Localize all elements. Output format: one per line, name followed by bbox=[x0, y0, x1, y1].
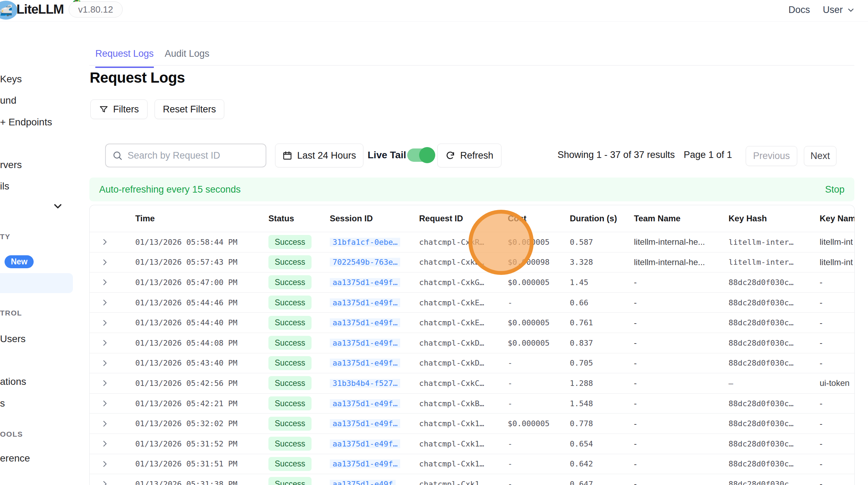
sidebar-item-guardrails[interactable]: ils bbox=[0, 181, 9, 192]
expand-row-icon[interactable] bbox=[101, 460, 109, 468]
sidebar-item-models-endpoints[interactable]: + Endpoints bbox=[0, 117, 52, 128]
filter-funnel-icon bbox=[99, 105, 108, 114]
expand-row-icon[interactable] bbox=[101, 379, 109, 387]
new-badge: New bbox=[5, 255, 34, 268]
expand-row-icon[interactable] bbox=[101, 319, 109, 327]
auto-refresh-banner: Auto-refreshing every 15 seconds Stop bbox=[89, 178, 854, 201]
duration-cell: 0.587 bbox=[561, 238, 625, 247]
status-badge: Success bbox=[268, 437, 312, 451]
status-badge: Success bbox=[268, 275, 312, 289]
key-name-cell: - bbox=[811, 358, 854, 368]
refresh-button[interactable]: Refresh bbox=[437, 144, 501, 167]
logo-text: LiteLLM bbox=[16, 2, 64, 17]
key-hash-cell: litellm-inter… bbox=[720, 258, 811, 266]
session-id-link[interactable]: aa1375d1-e49f… bbox=[330, 278, 400, 287]
filters-button[interactable]: Filters bbox=[90, 99, 148, 119]
time-range-button[interactable]: Last 24 Hours bbox=[275, 144, 363, 167]
time-cell: 01/13/2026 05:44:08 PM bbox=[119, 339, 260, 347]
table-row[interactable]: 01/13/2026 05:31:52 PMSuccessaa1375d1-e4… bbox=[90, 434, 854, 454]
time-cell: 01/13/2026 05:43:40 PM bbox=[119, 359, 260, 367]
status-cell: Success bbox=[260, 417, 321, 431]
session-id-link[interactable]: 31b3b4b4-f527… bbox=[330, 379, 400, 388]
click-indicator bbox=[469, 210, 534, 275]
table-row[interactable]: 01/13/2026 05:42:56 PMSuccess31b3b4b4-f5… bbox=[90, 373, 854, 393]
tab-audit-logs[interactable]: Audit Logs bbox=[165, 48, 210, 67]
sidebar-item-organizations[interactable]: ations bbox=[0, 376, 26, 387]
next-page-button[interactable]: Next bbox=[804, 146, 836, 166]
sidebar-item-api-reference[interactable]: erence bbox=[0, 453, 30, 464]
table-row[interactable]: 01/13/2026 05:47:00 PMSuccessaa1375d1-e4… bbox=[90, 272, 854, 292]
session-id-link[interactable]: aa1375d1-e49f… bbox=[330, 399, 400, 408]
status-cell: Success bbox=[260, 437, 321, 451]
sidebar-item-playground[interactable]: und bbox=[0, 95, 16, 106]
expand-row-icon[interactable] bbox=[101, 359, 109, 367]
session-id-link[interactable]: aa1375d1-e49f bbox=[330, 480, 396, 485]
key-name-cell: - bbox=[811, 459, 854, 469]
status-badge: Success bbox=[268, 457, 312, 471]
table-row[interactable]: 01/13/2026 05:31:38 PMSuccessaa1375d1-e4… bbox=[90, 474, 854, 485]
expand-row-icon[interactable] bbox=[101, 298, 109, 307]
session-id-link[interactable]: aa1375d1-e49f… bbox=[330, 359, 400, 367]
sidebar-item-logs-active[interactable] bbox=[0, 273, 73, 293]
col-time: Time bbox=[119, 214, 260, 223]
time-cell: 01/13/2026 05:57:43 PM bbox=[119, 258, 260, 266]
expand-row-icon[interactable] bbox=[101, 339, 109, 347]
session-id-link[interactable]: aa1375d1-e49f… bbox=[330, 419, 400, 428]
status-badge: Success bbox=[268, 235, 312, 249]
key-hash-cell: 88dc28d0f030c… bbox=[720, 439, 811, 448]
sidebar-item-internal-users[interactable]: Users bbox=[0, 333, 26, 345]
duration-cell: 1.288 bbox=[561, 379, 625, 388]
time-range-label: Last 24 Hours bbox=[297, 150, 356, 161]
table-row[interactable]: 01/13/2026 05:32:02 PMSuccessaa1375d1-e4… bbox=[90, 413, 854, 434]
duration-cell: 0.642 bbox=[561, 459, 625, 468]
table-row[interactable]: 01/13/2026 05:42:21 PMSuccessaa1375d1-e4… bbox=[90, 393, 854, 414]
team-name-cell: - bbox=[625, 479, 720, 485]
live-tail-toggle[interactable] bbox=[407, 148, 434, 162]
stop-auto-refresh-button[interactable]: Stop bbox=[825, 184, 845, 195]
expand-row-icon[interactable] bbox=[101, 420, 109, 428]
sidebar-item-keys[interactable]: Keys bbox=[0, 74, 22, 85]
key-hash-cell: 88dc28d0f030c… bbox=[720, 459, 811, 468]
session-id-link[interactable]: aa1375d1-e49f… bbox=[330, 459, 400, 468]
nav-user-menu[interactable]: User bbox=[823, 5, 855, 15]
expand-row-icon[interactable] bbox=[101, 238, 109, 246]
expand-row-icon[interactable] bbox=[101, 278, 109, 286]
session-id-cell: aa1375d1-e49f… bbox=[321, 419, 410, 428]
session-id-link[interactable]: aa1375d1-e49f… bbox=[330, 439, 400, 448]
table-row[interactable]: 01/13/2026 05:44:40 PMSuccessaa1375d1-e4… bbox=[90, 312, 854, 333]
expand-row-icon[interactable] bbox=[101, 258, 109, 266]
expand-row-icon[interactable] bbox=[101, 480, 109, 485]
sidebar-item-servers[interactable]: rvers bbox=[0, 159, 22, 171]
cost-cell: - bbox=[499, 298, 561, 307]
table-row[interactable]: 01/13/2026 05:44:46 PMSuccessaa1375d1-e4… bbox=[90, 292, 854, 313]
nav-docs-link[interactable]: Docs bbox=[788, 5, 810, 15]
status-cell: Success bbox=[260, 296, 321, 310]
sidebar-collapse-chevron-icon[interactable] bbox=[52, 200, 64, 212]
session-id-cell: aa1375d1-e49f… bbox=[321, 318, 410, 327]
table-row[interactable]: 01/13/2026 05:31:51 PMSuccessaa1375d1-e4… bbox=[90, 454, 854, 474]
status-badge: Success bbox=[268, 376, 312, 390]
session-id-link[interactable]: 7022549b-763e… bbox=[330, 258, 400, 266]
search-input[interactable] bbox=[128, 150, 259, 161]
session-id-link[interactable]: aa1375d1-e49f… bbox=[330, 318, 400, 327]
reset-filters-button[interactable]: Reset Filters bbox=[155, 99, 224, 119]
team-name-cell: litellm-internal-he... bbox=[625, 237, 720, 247]
tab-request-logs[interactable]: Request Logs bbox=[95, 48, 154, 68]
table-row[interactable]: 01/13/2026 05:43:40 PMSuccessaa1375d1-e4… bbox=[90, 353, 854, 373]
expand-row-icon[interactable] bbox=[101, 399, 109, 408]
key-hash-cell: 88dc28d0f030c… bbox=[720, 399, 811, 408]
key-name-cell: litellm-int bbox=[811, 257, 854, 267]
previous-page-button[interactable]: Previous bbox=[746, 146, 797, 166]
session-id-cell: aa1375d1-e49f bbox=[321, 480, 410, 485]
session-id-link[interactable]: 31bfa1cf-0ebe… bbox=[330, 238, 400, 247]
session-id-link[interactable]: aa1375d1-e49f… bbox=[330, 339, 400, 347]
litellm-logo: 🚅 bbox=[0, 1, 18, 20]
expand-row-icon[interactable] bbox=[101, 439, 109, 448]
session-id-link[interactable]: aa1375d1-e49f… bbox=[330, 298, 400, 307]
sidebar-section-access-control: TROL bbox=[0, 309, 22, 317]
key-name-cell: - bbox=[811, 338, 854, 348]
request-id-cell: chatcmpl-CxkB… bbox=[410, 399, 499, 408]
table-row[interactable]: 01/13/2026 05:44:08 PMSuccessaa1375d1-e4… bbox=[90, 333, 854, 353]
sidebar-item-teams[interactable]: s bbox=[0, 398, 5, 409]
time-cell: 01/13/2026 05:31:38 PM bbox=[119, 480, 260, 485]
